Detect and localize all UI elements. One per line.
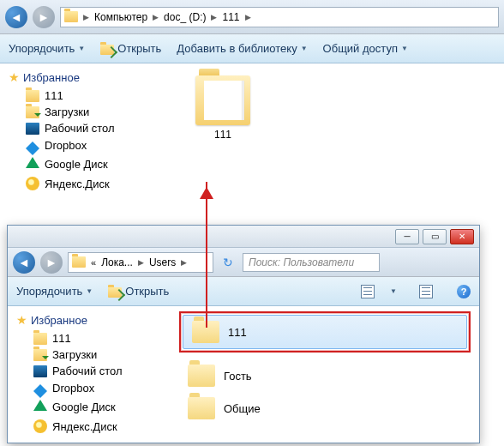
share-label: Общий доступ [323,42,398,55]
window2: ─ ▭ ✕ ◄ ► « Лока... ▶ Users ▶ ↻ Поиск: П… [7,225,480,443]
star-icon: ★ [16,313,27,327]
window2-nav-bar: ◄ ► « Лока... ▶ Users ▶ ↻ Поиск: Пользов… [8,248,479,277]
search-input[interactable]: Поиск: Пользователи [243,253,380,272]
favorites-label: Избранное [31,314,87,327]
sidebar-item-label: Google Диск [45,158,108,171]
sidebar-item-downloads[interactable]: Загрузки [3,104,159,120]
forward-button[interactable]: ► [40,251,63,274]
minimize-button[interactable]: ─ [395,229,419,244]
sidebar-item-111[interactable]: 111 [3,87,159,104]
sidebar-item-label: Рабочий стол [52,365,123,377]
address-bar[interactable]: « Лока... ▶ Users ▶ [68,252,213,273]
breadcrumb-users[interactable]: Users [146,256,179,269]
chevron-down-icon: ▼ [401,45,408,52]
window2-titlebar: ─ ▭ ✕ [8,226,479,248]
sidebar-item-yadisk[interactable]: Яндекс.Диск [11,418,167,435]
organize-button[interactable]: Упорядочить ▼ [9,42,85,55]
folder-item-111[interactable]: 111 [183,315,467,349]
yandex-disk-icon [33,419,47,433]
chevron-right-icon: ▶ [245,13,251,21]
star-icon: ★ [9,70,20,84]
folder-icon [64,11,78,22]
window2-content[interactable]: 111 Гость Общие [171,306,479,443]
sidebar-item-label: 111 [45,89,63,102]
folder-label: 111 [228,326,247,339]
sidebar-item-111[interactable]: 111 [11,330,167,347]
chevron-down-icon: ▼ [301,45,308,52]
favorites-header[interactable]: ★ Избранное [3,70,159,84]
window2-body: ★ Избранное 111 Загрузки Рабочий стол Dr… [8,306,479,443]
help-button[interactable]: ? [457,285,471,298]
breadcrumb-local[interactable]: Лока... [98,256,136,269]
maximize-icon: ▭ [431,232,439,241]
close-button[interactable]: ✕ [450,229,474,244]
folder-label: Общие [224,402,261,415]
sidebar-item-label: Яндекс.Диск [45,178,110,190]
add-library-label: Добавить в библиотеку [177,42,297,55]
add-library-button[interactable]: Добавить в библиотеку ▼ [177,42,307,55]
folder-icon [188,397,215,419]
folder-icon [33,333,47,345]
window2-toolbar: Упорядочить ▼ Открыть ▼ ? [8,277,479,306]
sidebar-item-label: Загрузки [45,105,89,118]
chevron-down-icon: ▼ [390,287,397,295]
folder-item-guest[interactable]: Гость [179,359,471,392]
window1-nav-bar: ◄ ► ▶ Компьютер ▶ doc_ (D:) ▶ 111 ▶ [0,0,504,34]
share-button[interactable]: Общий доступ ▼ [323,42,408,55]
dropbox-icon [26,135,39,148]
folder-icon [188,365,215,387]
google-drive-icon [33,393,47,411]
sidebar-item-yadisk[interactable]: Яндекс.Диск [3,175,159,192]
sidebar-item-gdrive[interactable]: Google Диск [11,396,167,418]
sidebar-item-gdrive[interactable]: Google Диск [3,154,159,175]
maximize-button[interactable]: ▭ [423,229,447,244]
desktop-icon [26,123,39,135]
close-icon: ✕ [459,232,465,241]
breadcrumb-folder[interactable]: 111 [219,10,243,24]
annotation-arrow [206,182,207,328]
desktop-icon [33,365,47,377]
refresh-button[interactable]: ↻ [219,256,237,269]
sidebar-item-label: Dropbox [45,139,87,152]
breadcrumb-computer[interactable]: Компьютер [91,10,151,24]
view-options-button[interactable] [361,285,375,298]
organize-label: Упорядочить [16,285,82,298]
open-label: Открыть [117,42,161,55]
folder-item-public[interactable]: Общие [179,392,471,425]
forward-button[interactable]: ► [33,6,55,28]
preview-pane-button[interactable] [419,285,433,298]
open-button[interactable]: Открыть [108,285,169,298]
annotation-highlight: 111 [179,311,471,353]
open-icon [108,287,122,298]
back-button[interactable]: ◄ [5,6,27,28]
chevron-right-icon: ▶ [138,258,144,267]
favorites-label: Избранное [23,71,80,84]
back-button[interactable]: ◄ [13,251,35,274]
address-bar[interactable]: ▶ Компьютер ▶ doc_ (D:) ▶ 111 ▶ [60,7,499,27]
open-button[interactable]: Открыть [100,42,161,55]
minimize-icon: ─ [404,232,410,241]
folder-icon [195,75,250,125]
sidebar-item-label: Рабочий стол [45,122,115,135]
sidebar-item-downloads[interactable]: Загрузки [11,347,167,363]
organize-label: Упорядочить [9,42,75,55]
breadcrumb-prefix: « [91,257,96,268]
sidebar-item-label: Dropbox [52,382,94,395]
open-label: Открыть [125,285,169,298]
window1-toolbar: Упорядочить ▼ Открыть Добавить в библиот… [0,34,504,63]
sidebar-item-label: Google Диск [52,401,116,413]
yandex-disk-icon [26,177,39,190]
open-icon [100,45,114,55]
downloads-icon [33,349,47,361]
folder-label: 111 [192,129,254,141]
downloads-icon [26,106,39,118]
search-placeholder: Поиск: Пользователи [249,256,354,268]
chevron-right-icon: ▶ [211,13,217,21]
sidebar-item-label: Яндекс.Диск [52,420,117,433]
breadcrumb-drive[interactable]: doc_ (D:) [160,10,209,24]
folder-item-111[interactable]: 111 [192,75,254,141]
favorites-header[interactable]: ★ Избранное [11,313,167,327]
organize-button[interactable]: Упорядочить ▼ [16,285,93,298]
folder-icon [26,90,39,102]
folder-label: Гость [224,370,252,383]
